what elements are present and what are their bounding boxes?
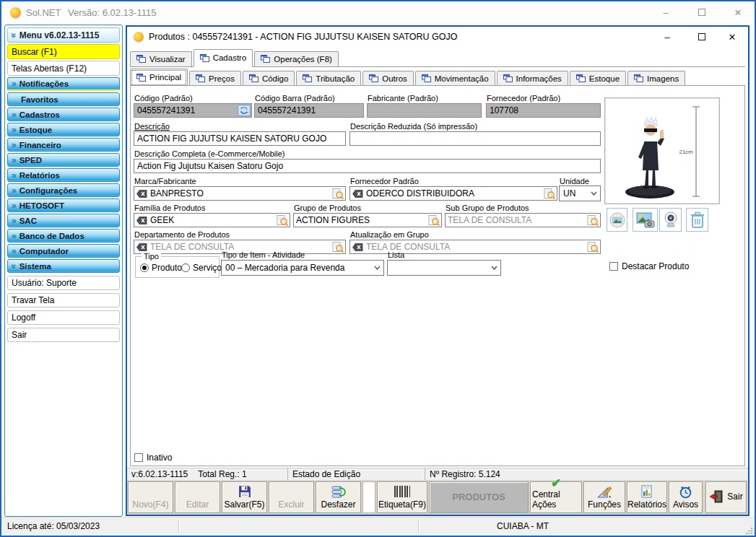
central-acoes-button[interactable]: ✔ Central Ações <box>530 481 582 513</box>
novo-button[interactable]: Novo(F4) <box>128 481 173 513</box>
fabricante-field[interactable] <box>367 103 482 118</box>
clear-icon[interactable] <box>136 243 147 251</box>
atualizacao-grupo-label: Atualização em Grupo <box>350 230 429 239</box>
lista-dropdown[interactable] <box>387 260 501 276</box>
group-label: Sistema <box>19 262 51 271</box>
subtab-label: Outros <box>382 74 407 83</box>
status-registro-cell: Nº Registro: 5.124 <box>425 468 748 480</box>
descricao-completa-field[interactable]: Action Fig Jujutsu Kaisen Satoru Gojo <box>134 159 601 173</box>
editar-button[interactable]: Editar <box>175 481 220 513</box>
import-image-button[interactable] <box>633 208 658 232</box>
subtab-codigo[interactable]: Código <box>243 71 295 86</box>
subtab-imagens[interactable]: Imagens <box>627 71 685 86</box>
subtab-tributacao[interactable]: Tributação <box>296 71 361 86</box>
sidebar-item-favoritos[interactable]: Favoritos <box>7 92 120 106</box>
clear-icon[interactable] <box>352 190 363 198</box>
relatorios-button[interactable]: Relatórios <box>627 481 667 513</box>
product-minimize-button[interactable]: – <box>651 27 683 47</box>
clear-icon[interactable] <box>352 243 363 251</box>
sidebar-item-relatorios[interactable]: » Relatórios <box>7 168 120 182</box>
destacar-produto-checkbox[interactable]: Destacar Produto <box>609 261 689 271</box>
sidebar-item-buscar[interactable]: Buscar (F1) <box>7 44 120 59</box>
sidebar-item-sair[interactable]: Sair <box>7 328 120 342</box>
sidebar-item-configuracoes[interactable]: » Configurações <box>7 183 120 197</box>
clear-icon[interactable] <box>136 217 147 224</box>
refresh-code-button[interactable] <box>238 105 251 116</box>
sidebar-item-travar-tela[interactable]: Travar Tela <box>7 293 120 307</box>
salvar-button[interactable]: Salvar(F5) <box>222 481 267 513</box>
lookup-icon[interactable] <box>587 242 599 253</box>
lookup-icon[interactable] <box>544 188 555 200</box>
subtab-principal[interactable]: Principal <box>130 69 188 87</box>
lookup-icon[interactable] <box>332 188 344 200</box>
etiqueta-button[interactable]: Etiqueta(F9) <box>377 481 427 513</box>
delete-image-button[interactable] <box>686 208 708 232</box>
view-image-button[interactable] <box>607 208 627 232</box>
radio-servico[interactable]: Serviço <box>181 263 222 273</box>
fornecedor-padrao-field[interactable]: ODERCO DISTRIBUIDORA <box>349 186 557 201</box>
tipo-item-dropdown[interactable]: 00 – Mercadoria para Revenda <box>221 260 384 276</box>
app-window: Sol.NET Versão: 6.02.13-1115 – ✕ » Menu … <box>0 0 756 537</box>
sidebar-menu-header[interactable]: » Menu v6.02.13-1115 <box>7 27 120 43</box>
subtab-outros[interactable]: Outros <box>362 71 414 86</box>
unidade-dropdown[interactable]: UN <box>559 185 601 201</box>
codigo-barra-field[interactable]: 045557241391 <box>254 103 364 118</box>
subtab-informacoes[interactable]: Informações <box>497 71 568 86</box>
sidebar-item-usuario[interactable]: Usuário: Suporte <box>7 276 120 290</box>
codigo-field[interactable]: 045557241391 <box>134 103 252 118</box>
sidebar-item-banco-de-dados[interactable]: » Banco de Dados <box>7 229 120 243</box>
desfazer-label: Desfazer <box>321 499 355 510</box>
lookup-icon[interactable] <box>587 215 599 227</box>
atualizacao-grupo-value: TELA DE CONSULTA <box>366 242 450 252</box>
sidebar-item-sistema[interactable]: » Sistema <box>7 259 120 273</box>
sidebar-item-estoque[interactable]: » Estoque <box>7 123 120 136</box>
tab-visualizar[interactable]: Visualizar <box>130 51 192 66</box>
app-minimize-button[interactable]: – <box>651 1 680 23</box>
clear-icon[interactable] <box>136 190 147 198</box>
exit-door-icon <box>709 490 724 503</box>
product-close-button[interactable]: ✕ <box>716 27 748 47</box>
excluir-button[interactable]: Excluir <box>269 481 314 513</box>
tab-cadastro[interactable]: Cadastro <box>194 49 253 67</box>
main-tabbar: Visualizar Cadastro Operações (F8) <box>130 48 745 67</box>
gallery-icon <box>609 212 625 228</box>
avisos-button[interactable]: Avisos <box>669 481 703 513</box>
webcam-capture-button[interactable] <box>659 208 682 232</box>
app-close-button[interactable]: ✕ <box>724 1 752 23</box>
sidebar-item-logoff[interactable]: Logoff <box>7 310 120 325</box>
lookup-icon[interactable] <box>332 242 344 253</box>
sidebar-item-sped[interactable]: » SPED <box>7 153 120 167</box>
lookup-icon[interactable] <box>428 215 440 227</box>
app-maximize-button[interactable] <box>687 1 716 23</box>
inativo-checkbox[interactable]: Inativo <box>134 453 172 463</box>
familia-field[interactable]: GEEK <box>134 213 290 227</box>
sair-button[interactable]: Sair <box>705 481 747 513</box>
sidebar-item-notificacoes[interactable]: » Notificações <box>7 77 120 91</box>
produtos-button[interactable]: PRODUTOS <box>429 481 529 513</box>
funcoes-button[interactable]: Funções <box>583 481 625 513</box>
grupo-field[interactable]: ACTION FIGURES <box>293 213 442 227</box>
sidebar-item-hetosoft[interactable]: » HETOSOFT <box>7 198 120 212</box>
sub-grupo-field[interactable]: TELA DE CONSULTA <box>445 213 601 227</box>
descricao-reduzida-field[interactable] <box>349 131 601 146</box>
toolbar-spacer <box>362 481 375 513</box>
resize-grip[interactable] <box>746 527 753 534</box>
sidebar-item-financeiro[interactable]: » Financeiro <box>7 138 120 152</box>
sidebar-item-cadastros[interactable]: » Cadastros <box>7 108 120 121</box>
subtab-movimentacao[interactable]: Movimentação <box>415 71 495 86</box>
tab-operacoes[interactable]: Operações (F8) <box>254 51 339 66</box>
window-cascade-icon <box>303 74 312 82</box>
sidebar-item-sac[interactable]: » SAC <box>7 214 120 227</box>
product-maximize-button[interactable] <box>686 27 718 47</box>
fornecedor-field[interactable]: 107708 <box>486 103 601 118</box>
subtab-precos[interactable]: Preços <box>189 71 241 86</box>
radio-produto[interactable]: Produto <box>140 263 182 273</box>
sidebar-item-telas-abertas[interactable]: Telas Abertas (F12) <box>7 61 120 76</box>
fornecedor-value: 107708 <box>490 105 518 115</box>
descricao-field[interactable]: ACTION FIG JUJUTSU KAISEN SATORU GOJO <box>134 131 346 146</box>
sidebar-item-computador[interactable]: » Computador <box>7 244 120 258</box>
lookup-icon[interactable] <box>277 215 288 227</box>
marca-field[interactable]: BANPRESTO <box>134 186 346 201</box>
subtab-estoque[interactable]: Estoque <box>570 71 626 86</box>
desfazer-button[interactable]: Desfazer <box>316 481 361 513</box>
